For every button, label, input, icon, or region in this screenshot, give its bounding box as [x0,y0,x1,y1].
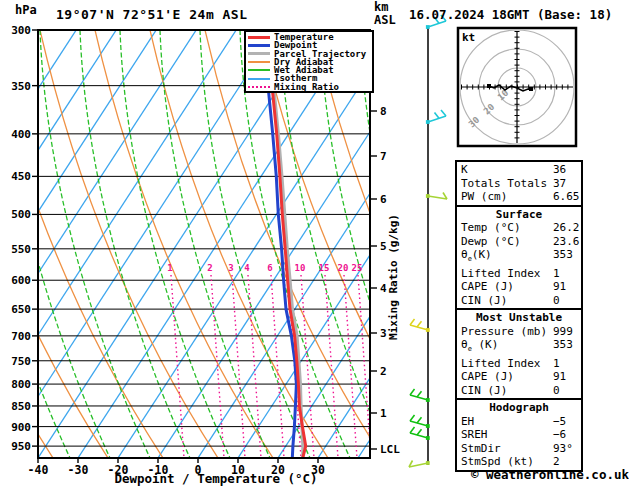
table-row-value: 2 [553,455,560,469]
table-row: CIN (J)0 [457,384,581,398]
svg-text:900: 900 [11,421,31,434]
table-row-value: −5 [553,415,566,429]
table-row: Temp (°C)26.2 [457,221,581,235]
legend-line-sample [248,44,270,47]
svg-text:LCL: LCL [380,443,400,456]
table-row: Dewp (°C)23.6 [457,235,581,249]
temperature-axis-label: Dewpoint / Temperature (°C) [91,471,341,486]
table-row-value: 0 [553,294,560,308]
svg-text:20: 20 [338,263,349,273]
table-row-label: Dewp (°C) [457,235,553,249]
svg-text:6: 6 [380,193,387,206]
table-row: θe(K)353 [457,248,581,267]
svg-text:7: 7 [380,150,387,163]
svg-text:4: 4 [380,282,387,295]
table-row-label: CAPE (J) [457,280,553,294]
wind-barb [410,319,430,332]
wind-barb-column [409,15,447,467]
legend-line-sample [248,36,270,39]
table-row-value: 91 [553,280,566,294]
table-row-label: Lifted Index [457,357,553,371]
table-row-label: CIN (J) [457,384,553,398]
table-row: PW (cm)6.65 [457,190,581,204]
table-row-value: 353 [553,248,573,267]
svg-text:-30: -30 [68,463,89,477]
table-row-value: 37 [553,177,566,191]
table-row-value: 23.6 [553,235,580,249]
table-row-value: 36 [553,163,566,177]
svg-text:400: 400 [11,128,31,141]
svg-text:4: 4 [244,263,250,273]
table-row: Totals Totals37 [457,177,581,191]
table-row-value: 93° [553,442,573,456]
table-row-label: K [457,163,553,177]
table-section-header: Most Unstable [457,311,581,325]
svg-text:5: 5 [380,240,387,253]
table-row-value: 999 [553,325,573,339]
svg-text:800: 800 [11,378,31,391]
svg-text:2: 2 [380,365,387,378]
table-row-label: Totals Totals [457,177,553,191]
svg-text:2: 2 [207,263,212,273]
legend-item-label: Mixing Ratio [274,83,339,91]
table-row-value: 26.2 [553,221,580,235]
section-hodograph-stats: HodographEH−5SREH−6StmDir93°StmSpd (kt)2 [457,398,581,470]
table-row-label: EH [457,415,553,429]
table-row-value: 6.65 [553,190,580,204]
section-most-unstable: Most UnstablePressure (mb)999θe (K)353Li… [457,308,581,398]
table-row: Lifted Index1 [457,267,581,281]
svg-text:950: 950 [11,440,31,453]
table-row-value: 1 [553,267,560,281]
table-row: Lifted Index1 [457,357,581,371]
svg-text:850: 850 [11,400,31,413]
svg-text:600: 600 [11,274,31,287]
svg-text:6: 6 [267,263,272,273]
legend-line-sample [248,78,270,80]
legend-line-sample [248,69,270,71]
table-row: CAPE (J)91 [457,280,581,294]
svg-text:550: 550 [11,243,31,256]
chart-title: 19°07'N 72°51'E 24m ASL [56,7,248,22]
table-row-value: 91 [553,370,566,384]
table-row-label: θe (K) [457,338,553,357]
table-row-label: CAPE (J) [457,370,553,384]
legend-line-sample [248,61,270,63]
table-section-header: Hodograph [457,401,581,415]
table-row-label: Temp (°C) [457,221,553,235]
wind-barb [426,193,447,200]
legend-line-sample [248,86,270,88]
skewt-sounding-screen: 1234681015202530035040045050055060065070… [0,0,629,486]
section-indices: K36Totals Totals37PW (cm)6.65 [457,162,581,205]
table-row-value: 353 [553,338,573,357]
table-row: CIN (J)0 [457,294,581,308]
table-row-label: CIN (J) [457,294,553,308]
table-row-label: StmSpd (kt) [457,455,553,469]
table-row: StmSpd (kt)2 [457,455,581,469]
table-row-label: SREH [457,428,553,442]
svg-text:8: 8 [380,105,387,118]
indices-table: K36Totals Totals37PW (cm)6.65SurfaceTemp… [455,160,583,472]
table-row: CAPE (J)91 [457,370,581,384]
svg-text:750: 750 [11,355,31,368]
table-row-label: PW (cm) [457,190,553,204]
table-row-value: 0 [553,384,560,398]
table-row-value: 1 [553,357,560,371]
hodograph-unit-label: kt [462,31,475,44]
table-row: EH−5 [457,415,581,429]
mixing-ratio-axis-label: Mixing Ratio (g/kg) [387,213,401,341]
svg-text:650: 650 [11,303,31,316]
table-row-label: θe(K) [457,248,553,267]
svg-text:300: 300 [11,24,31,37]
svg-text:3: 3 [380,327,387,340]
table-row-label: StmDir [457,442,553,456]
svg-text:500: 500 [11,208,31,221]
altitude-unit-label: kmASL [374,1,396,27]
section-surface: SurfaceTemp (°C)26.2Dewp (°C)23.6θe(K)35… [457,205,581,309]
svg-text:450: 450 [11,170,31,183]
table-row-label: Pressure (mb) [457,325,553,339]
svg-text:1: 1 [167,263,172,273]
svg-text:25: 25 [352,263,363,273]
wind-barb [410,415,430,428]
altitude-unit-asl: ASL [374,13,396,27]
chart-legend: TemperatureDewpointParcel TrajectoryDry … [244,30,374,93]
